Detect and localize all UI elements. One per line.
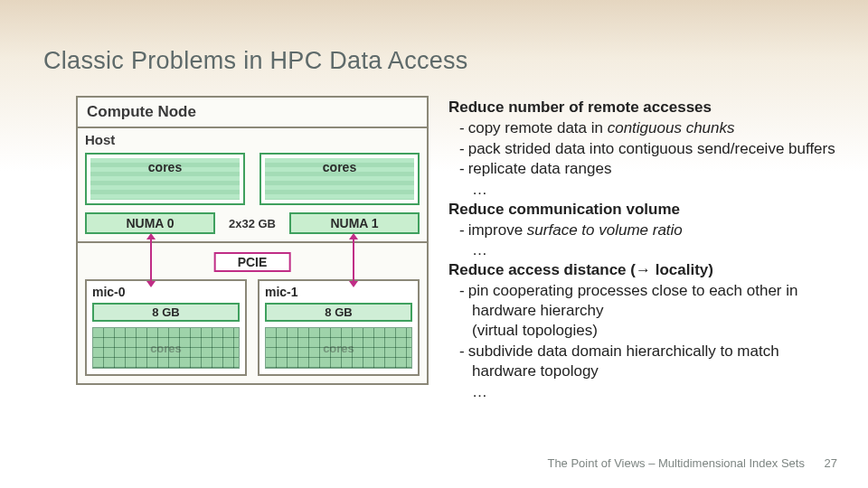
page-number: 27 bbox=[825, 456, 837, 470]
cores-label: cores bbox=[323, 158, 356, 174]
memory-label: 2x32 GB bbox=[221, 217, 284, 230]
numa-0: NUMA 0 bbox=[85, 212, 215, 234]
numa-1: NUMA 1 bbox=[289, 212, 420, 234]
ellipsis: … bbox=[448, 382, 846, 402]
mic-1-block: mic-1 8 GB cores bbox=[258, 279, 420, 376]
dash: - bbox=[459, 282, 468, 299]
cores-box-right: cores bbox=[259, 153, 420, 205]
dash: - bbox=[459, 140, 468, 157]
page-title: Classic Problems in HPC Data Access bbox=[43, 47, 468, 75]
pcie-arrow-left-icon bbox=[150, 238, 152, 283]
cores-box-left: cores bbox=[85, 153, 245, 205]
bullet: improve bbox=[468, 221, 527, 239]
dash: - bbox=[459, 221, 468, 239]
footer: The Point of Views – Multidimensional In… bbox=[547, 456, 837, 470]
bullet: copy remote data in bbox=[468, 119, 608, 136]
mic-1-label: mic-1 bbox=[265, 285, 412, 299]
heading-1: Reduce number of remote accesses bbox=[448, 99, 712, 116]
bullet: pin cooperating processes close to each … bbox=[468, 282, 798, 319]
footer-text: The Point of Views – Multidimensional In… bbox=[547, 456, 804, 470]
bullet-em: contiguous chunks bbox=[608, 119, 735, 136]
host-label: Host bbox=[85, 132, 420, 147]
pcie-row: PCIE bbox=[78, 243, 427, 279]
dash: - bbox=[459, 119, 468, 136]
compute-node-label: Compute Node bbox=[78, 98, 427, 128]
mic-1-mem: 8 GB bbox=[265, 303, 412, 322]
bullet: subdivide data domain hierarchically to … bbox=[468, 343, 779, 380]
host-block: Host cores cores NUMA 0 2x32 GB NUMA 1 bbox=[78, 128, 427, 243]
dash: - bbox=[459, 343, 468, 360]
mic-0-mem: 8 GB bbox=[92, 303, 240, 322]
bullet-em: surface to volume ratio bbox=[527, 221, 683, 239]
mic-1-cores: cores bbox=[265, 327, 412, 369]
dash: - bbox=[459, 160, 468, 177]
heading-2: Reduce communication volume bbox=[448, 201, 680, 218]
cores-label: cores bbox=[148, 158, 182, 174]
bullet: pack strided data into contiguous send/r… bbox=[468, 140, 835, 157]
mic-0-cores: cores bbox=[92, 327, 240, 369]
arrow-right-icon: → bbox=[636, 261, 651, 278]
slide: Classic Problems in HPC Data Access Comp… bbox=[0, 0, 868, 488]
pcie-label: PCIE bbox=[214, 252, 291, 272]
mic-0-block: mic-0 8 GB cores bbox=[85, 279, 247, 376]
heading-3: Reduce access distance (→ locality) bbox=[448, 261, 713, 278]
bullet: replicate data ranges bbox=[468, 160, 612, 177]
mic-0-label: mic-0 bbox=[92, 285, 240, 299]
ellipsis: … bbox=[448, 240, 846, 260]
pcie-arrow-right-icon bbox=[353, 238, 354, 283]
compute-node-diagram: Compute Node Host cores cores NUMA 0 2x3… bbox=[76, 96, 429, 385]
bullet-sub: (virtual topologies) bbox=[448, 321, 846, 341]
ellipsis: … bbox=[448, 180, 846, 200]
bullet-text: Reduce number of remote accesses -copy r… bbox=[448, 98, 846, 401]
